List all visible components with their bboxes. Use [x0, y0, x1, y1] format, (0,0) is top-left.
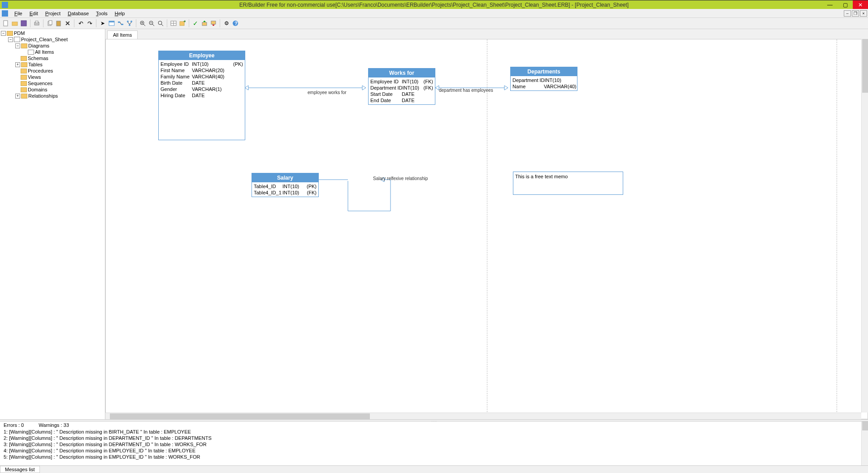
- tree-all-items[interactable]: All Items: [1, 49, 104, 55]
- reverse-icon[interactable]: [209, 19, 217, 27]
- entity-column-row: Department IDINT(10)(FK): [369, 85, 434, 91]
- folder-icon: [7, 31, 13, 36]
- messages-panel[interactable]: Errors : 0 Warnings : 33 1: [Warning][Co…: [0, 421, 868, 465]
- svg-rect-0: [4, 21, 8, 26]
- collapse-icon[interactable]: −: [8, 37, 13, 42]
- folder-icon: [21, 56, 27, 61]
- messages-scrollbar-thumb[interactable]: [862, 421, 868, 430]
- add-table-icon[interactable]: +: [178, 19, 187, 27]
- guide-line: [487, 39, 487, 419]
- table-icon[interactable]: [108, 19, 116, 27]
- relation-dept-has-label: department has employees: [439, 88, 493, 93]
- entity-salary[interactable]: Salary Table4_IDINT(10)(PK)Table4_ID_1IN…: [252, 173, 319, 197]
- svg-line-16: [128, 22, 130, 24]
- open-icon[interactable]: [11, 19, 19, 27]
- message-line[interactable]: 1: [Warning][Columns] : " Description mi…: [0, 429, 868, 435]
- memo-box[interactable]: This is a free text memo: [513, 172, 623, 195]
- tree-diagrams[interactable]: − Diagrams: [1, 43, 104, 49]
- tree-domains[interactable]: Domains: [1, 86, 104, 93]
- zoom-in-icon[interactable]: [139, 19, 147, 27]
- redo-icon[interactable]: ↷: [86, 19, 94, 27]
- menu-file[interactable]: File: [11, 10, 26, 17]
- collapse-icon[interactable]: −: [1, 31, 6, 36]
- inheritance-icon[interactable]: [126, 19, 134, 27]
- folder-icon: [21, 62, 27, 67]
- messages-tab-bar: Messages list: [0, 465, 868, 473]
- folder-icon: [21, 81, 27, 86]
- svg-line-12: [120, 22, 121, 24]
- messages-scrollbar[interactable]: [861, 421, 868, 465]
- help-icon[interactable]: ?: [231, 19, 239, 27]
- menu-help[interactable]: Help: [111, 10, 129, 17]
- tree-sequences-label: Sequences: [28, 81, 52, 86]
- generate-icon[interactable]: [200, 19, 208, 27]
- tree-diagrams-label: Diagrams: [28, 43, 49, 48]
- expand-icon[interactable]: +: [15, 62, 20, 67]
- copy-icon[interactable]: [46, 19, 54, 27]
- tree-sequences[interactable]: Sequences: [1, 80, 104, 86]
- tree-schemas[interactable]: Schemas: [1, 55, 104, 61]
- tree-domains-label: Domains: [28, 87, 47, 92]
- menu-project[interactable]: Project: [42, 10, 64, 17]
- tree-relationships-label: Relationships: [28, 93, 58, 99]
- svg-point-25: [158, 21, 162, 25]
- vertical-scrollbar-thumb[interactable]: [862, 39, 868, 93]
- grid-icon[interactable]: [169, 19, 178, 27]
- entity-column-row: Department IDINT(10): [512, 77, 576, 83]
- guide-line: [837, 39, 837, 419]
- mdi-restore-button[interactable]: ❐: [852, 10, 859, 17]
- menu-database[interactable]: Database: [64, 10, 92, 17]
- expand-icon[interactable]: +: [15, 94, 20, 99]
- tree-tables[interactable]: + Tables: [1, 61, 104, 68]
- menu-edit[interactable]: Edit: [26, 10, 42, 17]
- zoom-out-icon[interactable]: [148, 19, 156, 27]
- tab-all-items[interactable]: All Items: [107, 30, 138, 39]
- mdi-minimize-button[interactable]: –: [844, 10, 851, 17]
- mdi-close-button[interactable]: ×: [860, 10, 867, 17]
- message-line[interactable]: 5: [Warning][Columns] : " Description mi…: [0, 454, 868, 460]
- print-icon[interactable]: [33, 19, 41, 27]
- message-line[interactable]: 3: [Warning][Columns] : " Description mi…: [0, 441, 868, 447]
- tree-procedures[interactable]: Procedures: [1, 68, 104, 74]
- zoom-fit-icon[interactable]: [156, 19, 165, 27]
- new-icon[interactable]: [2, 19, 10, 27]
- entity-employee[interactable]: Employee Employee IDINT(10)(PK)First Nam…: [158, 51, 245, 140]
- model-icon: [14, 37, 20, 42]
- tree-panel[interactable]: − PDM − Project_Clean_Sheet − Diagrams A…: [0, 29, 105, 419]
- settings-icon[interactable]: ⚙: [222, 19, 230, 27]
- vertical-scrollbar[interactable]: [861, 39, 868, 413]
- minimize-button[interactable]: —: [822, 0, 838, 9]
- horizontal-scrollbar[interactable]: [105, 413, 861, 419]
- entity-column-row: Start DateDATE: [369, 91, 434, 97]
- svg-point-14: [130, 21, 132, 22]
- entity-column-row: Family NameVARCHAR(40): [160, 73, 244, 80]
- collapse-icon[interactable]: −: [15, 43, 20, 48]
- tree-relationships[interactable]: + Relationships: [1, 93, 104, 99]
- entity-departments[interactable]: Departments Department IDINT(10)NameVARC…: [510, 67, 577, 91]
- svg-marker-41: [504, 86, 508, 90]
- horizontal-scrollbar-thumb[interactable]: [110, 413, 370, 419]
- paste-icon[interactable]: [55, 19, 63, 27]
- entity-worksfor[interactable]: Works for Employee IDINT(10)(FK)Departme…: [368, 68, 435, 105]
- save-icon[interactable]: [20, 19, 28, 27]
- tree-schemas-label: Schemas: [28, 56, 48, 61]
- maximize-button[interactable]: ▢: [838, 0, 853, 9]
- svg-marker-37: [245, 86, 248, 90]
- delete-icon[interactable]: ✕: [64, 19, 72, 27]
- pointer-icon[interactable]: ➤: [99, 19, 107, 27]
- svg-line-23: [152, 24, 154, 26]
- tree-views[interactable]: Views: [1, 74, 104, 80]
- message-line[interactable]: 2: [Warning][Columns] : " Description mi…: [0, 435, 868, 441]
- svg-rect-33: [211, 21, 216, 24]
- tree-root[interactable]: − PDM: [1, 30, 104, 36]
- diagram-canvas[interactable]: employee works for department has employ…: [105, 39, 868, 419]
- message-line[interactable]: 4: [Warning][Columns] : " Description mi…: [0, 447, 868, 454]
- relation-icon[interactable]: [117, 19, 125, 27]
- menu-tools[interactable]: Tools: [92, 10, 111, 17]
- undo-icon[interactable]: ↶: [77, 19, 85, 27]
- check-icon[interactable]: ✓: [191, 19, 200, 27]
- close-button[interactable]: ✕: [853, 0, 868, 9]
- tree-project[interactable]: − Project_Clean_Sheet: [1, 36, 104, 43]
- svg-rect-1: [12, 22, 17, 26]
- messages-tab[interactable]: Messages list: [0, 466, 40, 473]
